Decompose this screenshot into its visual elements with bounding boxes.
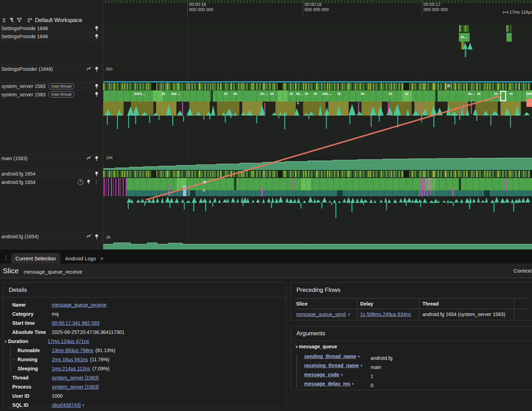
systemserver-thread-state-track[interactable] (103, 83, 532, 90)
detail-label: Name (12, 302, 52, 308)
track-row-androidfg-slices[interactable]: android.fg 1654 ? ⋮ (0, 178, 103, 186)
workspace-title[interactable]: Default Workspace (35, 17, 82, 23)
unpin-all-icon[interactable] (8, 17, 15, 23)
selection-title: message_queue_receive (24, 269, 83, 275)
systemserver-depth-band[interactable] (103, 102, 532, 116)
argument-row: message_delay_ms▾ (304, 381, 354, 386)
chevron-right-icon[interactable]: › (12, 357, 16, 362)
salmon-slice[interactable] (526, 99, 532, 107)
settings-thread-state-slices[interactable] (506, 25, 512, 32)
detail-label: Thread (12, 375, 52, 381)
chevron-down-icon[interactable]: ▾ (352, 382, 354, 386)
row-separator (103, 154, 532, 155)
row-separator (103, 65, 532, 65)
runnable-percent: (81.13%) (96, 348, 115, 353)
thread-link[interactable]: system_server [1583] (52, 375, 99, 381)
pin-icon[interactable] (86, 179, 91, 185)
selected-slice-message-queue-receive[interactable] (500, 91, 506, 101)
systemserver-slice-track[interactable] (103, 90, 532, 102)
androidfg-teal-track[interactable] (127, 190, 532, 196)
runnable-link[interactable]: 13ms 893µs 798ns (52, 348, 93, 353)
main-thread-badge: main thread (48, 91, 74, 97)
androidfg-slice-track[interactable] (127, 178, 532, 190)
track-row-androidfg-threadstate[interactable]: android.fg 1654 (0, 170, 103, 178)
row-separator (103, 232, 532, 233)
sql-id-link[interactable]: slice[439743] (52, 402, 81, 408)
track-row-settingsprovider-counter[interactable]: SettingsProvider (1848) (0, 65, 103, 82)
detail-label: Category (12, 311, 52, 317)
chevron-down-icon[interactable]: ▾ (83, 403, 84, 407)
category-value: mq (52, 311, 58, 317)
track-row-systemserver-threadstate[interactable]: system_server 1583 main thread (0, 82, 103, 90)
timeline-canvas[interactable]: 550 10K 2K (103, 0, 532, 249)
track-label: SettingsProvider (1848) (1, 66, 53, 72)
chart-icon[interactable] (86, 234, 91, 238)
pin-icon[interactable] (94, 67, 99, 72)
arg-key-link[interactable]: receiving_thread_name (304, 363, 359, 368)
arg-key-link[interactable]: message_code (304, 372, 339, 377)
ruler-tick-label: 00:00:16500 000 000 (304, 2, 329, 13)
flow-slice-link[interactable]: message_queue_send (296, 311, 346, 317)
running-link[interactable]: 2ms 16µs 561ns (52, 357, 88, 362)
track-label: android.fg (1654) (1, 234, 39, 239)
pin-icon[interactable] (94, 84, 99, 89)
argument-group-label: message_queue (299, 344, 337, 349)
sleeping-link[interactable]: 1ms 214µs 112ns (52, 366, 90, 371)
detail-label: Running (18, 357, 52, 362)
track-row-settingsprovider-slices[interactable]: SettingsProvide 1848 (0, 33, 103, 41)
table-border (514, 298, 514, 320)
pin-icon[interactable] (94, 234, 99, 239)
timescale-indicator: 17ms 124µs 471ns (503, 10, 532, 15)
ruler-tick-label: 00:00:16000 000 000 (189, 2, 214, 13)
track-row-systemserver-slices[interactable]: system_server 1583 main thread (0, 90, 103, 98)
androidfg-thread-state-track[interactable] (103, 171, 532, 177)
slice-name-link[interactable]: message_queue_receive (52, 302, 106, 308)
tab-current-selection[interactable]: Current Selection (11, 253, 60, 263)
duration-link[interactable]: 17ms 124µs 471ns (48, 338, 89, 344)
pin-icon[interactable] (94, 171, 99, 177)
scale-bracket-icon (503, 11, 508, 14)
tab-label: Current Selection (15, 255, 56, 261)
chart-icon[interactable] (86, 67, 91, 71)
workspace-icon[interactable] (26, 17, 34, 23)
argument-row: sending_thread_name▾ (304, 354, 360, 359)
context-label[interactable]: Context (513, 268, 532, 274)
help-icon[interactable]: ? (78, 179, 83, 185)
pin-icon[interactable] (94, 34, 99, 39)
pin-icon[interactable] (94, 92, 99, 97)
start-time-link[interactable]: 00:00:17.341 982 593 (52, 320, 99, 326)
process-link[interactable]: system_server [1583] (52, 384, 99, 390)
chevron-down-icon[interactable]: ▾ (360, 364, 362, 368)
track-row-settingsprovider-threadstate[interactable]: SettingsProvide 1848 (0, 25, 103, 33)
settings-slice[interactable] (506, 33, 512, 42)
arg-key-link[interactable]: message_delay_ms (304, 381, 350, 386)
collapse-all-icon[interactable] (0, 17, 8, 23)
chevron-down-icon[interactable]: ∨ (294, 344, 299, 349)
filter-icon[interactable] (15, 17, 23, 23)
track-label: system_server 1583 (1, 83, 46, 89)
chevron-down-icon[interactable]: ∨ (3, 339, 8, 344)
close-icon[interactable]: × (100, 255, 103, 261)
chart-icon[interactable] (86, 156, 91, 160)
tabbar-menu-icon[interactable]: ⋮ (4, 254, 9, 261)
open-in-new-icon[interactable]: ↗ (347, 312, 351, 317)
column-header-slice: Slice (296, 301, 308, 307)
pin-icon[interactable] (94, 26, 99, 31)
settings-thread-state-slices[interactable] (459, 25, 469, 32)
settings-slice[interactable] (459, 33, 470, 42)
track-menu-icon[interactable]: ⋮ (94, 179, 99, 185)
flow-delay-link[interactable]: 1s 508ms 249µs 634ns (360, 311, 411, 317)
detail-label: Absolute Time (12, 329, 52, 335)
tab-android-logs[interactable]: Android Logs × (60, 253, 108, 263)
chevron-down-icon[interactable]: ▾ (358, 355, 360, 358)
track-row-androidfg-counter[interactable]: android.fg (1654) (0, 232, 103, 249)
chevron-down-icon[interactable]: ▾ (341, 373, 343, 377)
table-border (419, 298, 419, 320)
argument-group[interactable]: ∨ message_queue (294, 344, 337, 349)
track-label: main (1583) (1, 156, 28, 161)
pin-icon[interactable] (94, 156, 99, 161)
track-row-main-counter[interactable]: main (1583) (0, 154, 103, 170)
selection-header: Slice message_queue_receive (0, 263, 532, 278)
ruler-tick (187, 0, 188, 16)
arg-key-link[interactable]: sending_thread_name (304, 354, 356, 359)
